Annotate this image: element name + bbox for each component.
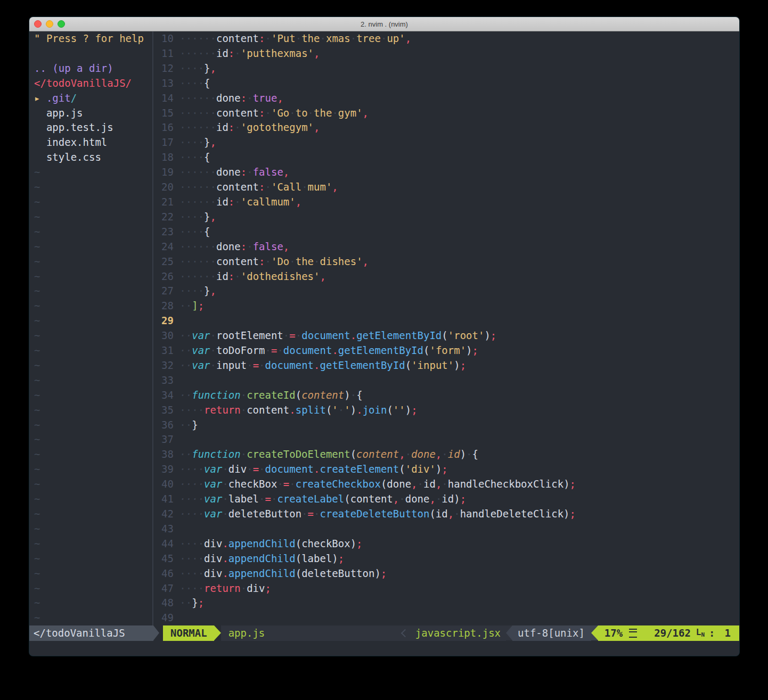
code-line-13[interactable]: 13 ····{ xyxy=(161,76,739,91)
titlebar[interactable]: 2. nvim . (nvim) xyxy=(29,17,739,31)
whitespace-dots: · xyxy=(332,107,338,119)
whitespace-dots: · xyxy=(289,256,295,267)
nerdtree-root-dir[interactable]: </todoVanillaJS/ xyxy=(34,76,152,91)
tree-item-index-html[interactable]: index.html xyxy=(34,135,152,150)
whitespace-dots: · xyxy=(241,582,247,594)
whitespace-dots: · xyxy=(405,448,411,460)
code-line-29[interactable]: 29 xyxy=(161,314,739,328)
code-line-44[interactable]: 44 ····div.appendChild(checkBox); xyxy=(161,537,739,551)
empty-line-tilde: ~ xyxy=(34,596,152,611)
code-line-30[interactable]: 30 ··var·rootElement·=·document.getEleme… xyxy=(161,328,739,343)
line-number: 22 xyxy=(161,210,174,225)
window-title: 2. nvim . (nvim) xyxy=(361,20,408,28)
code-line-27[interactable]: 27 ····}, xyxy=(161,284,739,299)
line-number: 49 xyxy=(161,611,174,625)
code-line-15[interactable]: 15 ······content:·'Go·to·the·gym', xyxy=(161,106,739,121)
powerline-separator-right-icon xyxy=(153,625,159,640)
code-line-41[interactable]: 41 ····var·label·=·createLabel(content,·… xyxy=(161,492,739,507)
minimize-button[interactable] xyxy=(46,20,53,28)
code-line-20[interactable]: 20 ······content:·'Call·mum', xyxy=(161,180,739,195)
editor-buffer[interactable]: 10 ······content:·'Put·the·xmas·tree·up'… xyxy=(153,31,739,625)
code-line-18[interactable]: 18 ····{ xyxy=(161,150,739,165)
code-line-48[interactable]: 48 ··}; xyxy=(161,596,739,611)
line-number: 26 xyxy=(161,269,174,284)
line-number: 44 xyxy=(161,537,174,551)
code-line-21[interactable]: 21 ······id:·'callmum', xyxy=(161,195,739,210)
code-line-16[interactable]: 16 ······id:·'gotothegym', xyxy=(161,120,739,135)
whitespace-dots: ···· xyxy=(179,478,204,490)
whitespace-dots: · xyxy=(222,463,228,475)
code-line-31[interactable]: 31 ··var·toDoForm·=·document.getElementB… xyxy=(161,343,739,358)
zoom-button[interactable] xyxy=(58,20,65,28)
nerdtree-sidebar[interactable]: " Press ? for help.. (up a dir)</todoVan… xyxy=(29,31,152,625)
line-number: 11 xyxy=(161,46,174,61)
line-number: 48 xyxy=(161,596,174,611)
whitespace-dots: · xyxy=(222,493,228,505)
whitespace-dots: ···· xyxy=(179,553,204,564)
whitespace-dots: · xyxy=(301,508,307,520)
code-line-11[interactable]: 11 ······id:·'putthexmas', xyxy=(161,46,739,61)
whitespace-dots: · xyxy=(454,508,460,520)
code-line-12[interactable]: 12 ····}, xyxy=(161,61,739,76)
code-line-40[interactable]: 40 ····var·checkBox·=·createCheckbox(don… xyxy=(161,477,739,492)
whitespace-dots: · xyxy=(234,121,240,133)
code-line-43[interactable]: 43 xyxy=(161,522,739,537)
code-line-46[interactable]: 46 ····div.appendChild(deleteButton); xyxy=(161,566,739,581)
whitespace-dots: ·· xyxy=(179,300,192,311)
whitespace-dots: · xyxy=(381,32,387,44)
code-line-32[interactable]: 32 ··var·input·=·document.getElementById… xyxy=(161,358,739,373)
code-line-47[interactable]: 47 ····return·div; xyxy=(161,581,739,596)
code-line-34[interactable]: 34 ··function·createId(content)·{ xyxy=(161,388,739,403)
whitespace-dots: ···· xyxy=(179,508,204,520)
line-number: 37 xyxy=(161,432,174,447)
code-line-24[interactable]: 24 ······done:·false, xyxy=(161,240,739,254)
code-line-19[interactable]: 19 ······done:·false, xyxy=(161,165,739,180)
code-line-42[interactable]: 42 ····var·deleteButton·=·createDeleteBu… xyxy=(161,507,739,522)
code-line-39[interactable]: 39 ····var·div·=·document.createElement(… xyxy=(161,462,739,477)
code-line-35[interactable]: 35 ····return·content.split('·').join(''… xyxy=(161,403,739,418)
code-line-25[interactable]: 25 ······content:·'Do·the·dishes', xyxy=(161,254,739,269)
code-line-49[interactable]: 49 xyxy=(161,611,739,625)
code-line-14[interactable]: 14 ······done:·true, xyxy=(161,91,739,106)
whitespace-dots: ·· xyxy=(179,597,192,608)
code-line-37[interactable]: 37 xyxy=(161,432,739,447)
whitespace-dots: · xyxy=(234,196,240,208)
line-number: 33 xyxy=(161,373,174,388)
code-line-10[interactable]: 10 ······content:·'Put·the·xmas·tree·up'… xyxy=(161,31,739,46)
whitespace-dots: · xyxy=(320,32,325,44)
code-line-23[interactable]: 23 ····{ xyxy=(161,225,739,240)
tree-item-app-js[interactable]: app.js xyxy=(34,106,152,121)
tree-item-git-dir[interactable]: ▸ .git/ xyxy=(34,91,152,106)
line-number: 14 xyxy=(161,91,174,106)
code-line-17[interactable]: 17 ····}, xyxy=(161,135,739,150)
whitespace-dots: ···· xyxy=(179,151,204,163)
line-number: 32 xyxy=(161,358,174,373)
code-line-22[interactable]: 22 ····}, xyxy=(161,210,739,225)
whitespace-dots: · xyxy=(442,478,447,490)
statusline-filetype: javascript.jsx xyxy=(415,625,501,641)
whitespace-dots: ······ xyxy=(179,270,216,282)
whitespace-dots: · xyxy=(418,478,423,490)
whitespace-dots: · xyxy=(265,181,271,193)
line-number-icon: LN xyxy=(696,624,705,643)
code-line-26[interactable]: 26 ······id:·'dothedishes', xyxy=(161,269,739,284)
terminal-window: 2. nvim . (nvim) " Press ? for help.. (u… xyxy=(29,17,739,656)
code-line-33[interactable]: 33 xyxy=(161,373,739,388)
code-line-28[interactable]: 28 ··]; xyxy=(161,299,739,314)
whitespace-dots: ·· xyxy=(179,389,192,401)
code-line-36[interactable]: 36 ··} xyxy=(161,418,739,433)
close-button[interactable] xyxy=(34,20,42,28)
line-number: 30 xyxy=(161,328,174,343)
statusline-percent: 17% xyxy=(604,625,623,641)
tree-item-app-test-js[interactable]: app.test.js xyxy=(34,120,152,135)
tree-item-style-css[interactable]: style.css xyxy=(34,150,152,165)
code-line-45[interactable]: 45 ····div.appendChild(label); xyxy=(161,551,739,566)
code-line-38[interactable]: 38 ··function·createToDoElement(content,… xyxy=(161,447,739,462)
whitespace-dots: · xyxy=(247,241,252,252)
empty-line-tilde: ~ xyxy=(34,299,152,314)
tree-item-label: .git xyxy=(46,92,71,104)
line-number: 13 xyxy=(161,76,174,91)
collapsed-dir-arrow-icon[interactable]: ▸ xyxy=(34,92,46,104)
nerdtree-up-a-dir[interactable]: .. (up a dir) xyxy=(34,61,152,76)
tree-item-label: " Press ? for help xyxy=(34,32,144,44)
